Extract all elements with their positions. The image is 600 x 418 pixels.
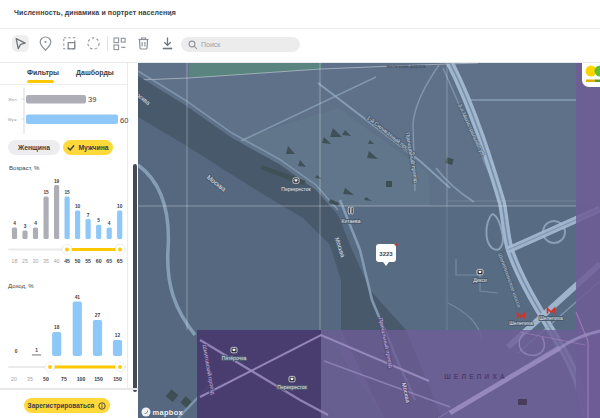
svg-text:150: 150 — [113, 376, 122, 382]
svg-text:Перекресток: Перекресток — [281, 186, 311, 192]
svg-text:7: 7 — [87, 213, 90, 218]
svg-text:ШЕЛЕПИХА: ШЕЛЕПИХА — [444, 373, 508, 380]
svg-text:4: 4 — [108, 221, 111, 226]
svg-text:19: 19 — [54, 179, 60, 184]
svg-text:18: 18 — [12, 258, 18, 264]
svg-text:60: 60 — [120, 116, 128, 125]
svg-text:45: 45 — [64, 258, 70, 264]
svg-text:15: 15 — [43, 190, 49, 195]
svg-text:10: 10 — [117, 204, 123, 209]
svg-text:35: 35 — [27, 376, 33, 382]
svg-text:40: 40 — [54, 258, 60, 264]
svg-text:5: 5 — [97, 218, 100, 223]
svg-text:Китаева: Китаева — [342, 218, 361, 224]
svg-text:1: 1 — [35, 348, 38, 353]
svg-text:75: 75 — [61, 376, 67, 382]
svg-text:3223: 3223 — [379, 251, 393, 257]
svg-text:0: 0 — [15, 349, 18, 354]
svg-text:65: 65 — [117, 258, 123, 264]
svg-text:12: 12 — [115, 333, 121, 338]
svg-text:mapbox: mapbox — [153, 408, 184, 417]
svg-text:25: 25 — [22, 258, 28, 264]
svg-text:65: 65 — [106, 258, 112, 264]
svg-text:10: 10 — [75, 204, 81, 209]
svg-text:100: 100 — [77, 376, 86, 382]
svg-text:55: 55 — [85, 258, 91, 264]
svg-text:20: 20 — [11, 376, 17, 382]
svg-text:Шелепиха: Шелепиха — [539, 315, 563, 321]
svg-text:Жен.: Жен. — [8, 97, 18, 102]
svg-text:3: 3 — [24, 224, 27, 229]
svg-text:35: 35 — [43, 258, 49, 264]
svg-text:железная дорога: железная дорога — [386, 63, 425, 69]
svg-text:15: 15 — [64, 190, 70, 195]
svg-text:60: 60 — [96, 258, 102, 264]
svg-text:50: 50 — [75, 258, 81, 264]
svg-text:18: 18 — [54, 325, 60, 330]
svg-text:Муж.: Муж. — [8, 117, 18, 122]
svg-text:Дикси: Дикси — [473, 277, 487, 283]
svg-text:41: 41 — [75, 295, 81, 300]
svg-text:Шелепиха: Шелепиха — [509, 320, 533, 326]
svg-text:Пятёрочка: Пятёрочка — [222, 355, 247, 361]
svg-text:39: 39 — [88, 95, 96, 104]
svg-text:150: 150 — [94, 376, 103, 382]
svg-text:30: 30 — [33, 258, 39, 264]
svg-text:4: 4 — [13, 221, 16, 226]
svg-text:Перекресток: Перекресток — [277, 384, 307, 390]
svg-text:4: 4 — [34, 221, 37, 226]
svg-text:27: 27 — [95, 313, 101, 318]
svg-text:50: 50 — [43, 376, 49, 382]
